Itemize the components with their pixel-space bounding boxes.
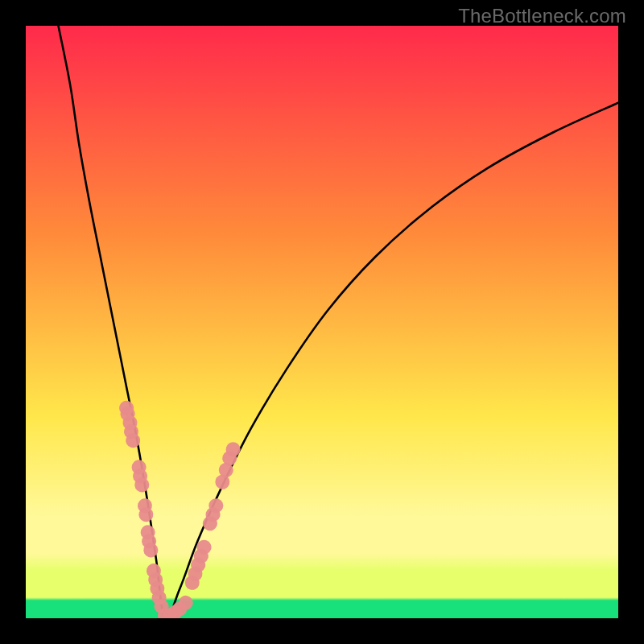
chart-frame: TheBottleneck.com xyxy=(0,0,644,644)
plot-area xyxy=(26,26,618,618)
bottleneck-curve-chart xyxy=(26,26,618,618)
gradient-background xyxy=(26,26,618,618)
watermark-label: TheBottleneck.com xyxy=(458,5,626,27)
